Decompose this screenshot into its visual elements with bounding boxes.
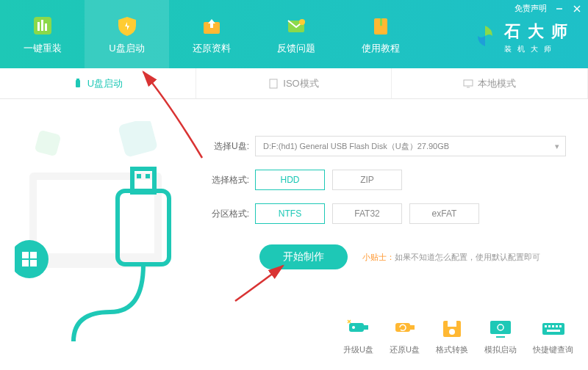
svg-rect-38 <box>490 321 511 334</box>
subtab-label: 本地模式 <box>478 77 516 90</box>
chevron-down-icon: ▾ <box>555 142 559 151</box>
window-controls: 免责声明 <box>514 3 582 14</box>
svg-rect-42 <box>545 325 547 327</box>
brand-logo-icon <box>472 23 498 52</box>
book-icon <box>369 14 392 37</box>
svg-rect-43 <box>548 325 551 327</box>
svg-rect-25 <box>30 260 37 266</box>
svg-rect-18 <box>118 121 158 158</box>
svg-rect-24 <box>22 260 29 266</box>
format-option-zip[interactable]: ZIP <box>332 170 402 190</box>
subtabs: U盘启动 ISO模式 本地模式 <box>0 68 588 99</box>
action-label: 还原U盘 <box>390 344 420 355</box>
brand: 石大师 装机大师 <box>472 21 575 54</box>
close-button[interactable] <box>572 4 582 14</box>
action-label: 快捷键查询 <box>533 344 573 355</box>
subtab-iso[interactable]: ISO模式 <box>196 68 392 98</box>
nav-tutorial[interactable]: 使用教程 <box>338 0 423 68</box>
svg-rect-13 <box>76 79 79 81</box>
svg-rect-2 <box>41 20 43 31</box>
nav-usb-boot[interactable]: U盘启动 <box>85 0 169 68</box>
svg-rect-45 <box>556 325 558 327</box>
svg-point-37 <box>449 329 455 335</box>
nav-restore[interactable]: 还原资料 <box>169 0 254 68</box>
mail-icon <box>284 14 308 37</box>
disk-icon <box>439 318 465 340</box>
svg-rect-3 <box>45 23 47 31</box>
partition-label: 分区格式: <box>202 208 249 220</box>
subtab-local[interactable]: 本地模式 <box>392 68 588 98</box>
nav-label: 一键重装 <box>24 42 62 55</box>
svg-rect-34 <box>410 325 415 330</box>
usb-restore-icon <box>392 318 418 340</box>
partition-option-fat32[interactable]: FAT32 <box>332 203 402 224</box>
svg-rect-8 <box>380 18 382 26</box>
nav-label: 反馈问题 <box>277 42 315 55</box>
monitor-icon <box>463 79 473 89</box>
illustration-panel <box>0 99 195 370</box>
svg-point-6 <box>299 19 305 25</box>
row-select-usb: 选择U盘: D:F:(hd1) General USB Flash Disk（U… <box>202 136 566 156</box>
nav-feedback[interactable]: 反馈问题 <box>254 0 338 68</box>
svg-rect-41 <box>542 323 564 335</box>
start-button[interactable]: 开始制作 <box>259 244 348 269</box>
usb-select-value: D:F:(hd1) General USB Flash Disk（U盘）27.9… <box>263 141 449 152</box>
action-simulate-boot[interactable]: 模拟启动 <box>484 318 517 355</box>
format-label: 选择格式: <box>202 174 249 186</box>
action-upgrade-usb[interactable]: 升级U盘 <box>343 318 373 355</box>
svg-rect-22 <box>22 252 29 258</box>
brand-subtitle: 装机大师 <box>504 44 557 54</box>
svg-rect-46 <box>559 325 562 327</box>
action-restore-usb[interactable]: 还原U盘 <box>390 318 420 355</box>
svg-rect-23 <box>30 252 37 258</box>
svg-rect-31 <box>364 325 368 330</box>
svg-rect-47 <box>547 330 560 332</box>
upload-icon <box>200 14 223 37</box>
action-label: 升级U盘 <box>343 344 373 355</box>
svg-rect-29 <box>146 174 150 178</box>
file-icon <box>268 79 279 89</box>
tip-text: 小贴士：如果不知道怎么配置，使用默认配置即可 <box>362 252 540 263</box>
svg-rect-30 <box>349 323 364 332</box>
nav-label: 还原资料 <box>193 42 231 55</box>
svg-rect-15 <box>464 80 473 86</box>
keyboard-icon <box>540 318 567 340</box>
format-option-hdd[interactable]: HDD <box>255 170 325 190</box>
nav-label: 使用教程 <box>362 42 400 55</box>
action-label: 模拟启动 <box>484 344 517 355</box>
nav-label: U盘启动 <box>109 42 144 55</box>
usb-illustration-icon <box>15 121 191 363</box>
usb-small-icon <box>73 79 83 89</box>
brand-title: 石大师 <box>504 21 575 43</box>
action-format-convert[interactable]: 格式转换 <box>436 318 468 355</box>
svg-rect-12 <box>76 80 80 87</box>
usb-upgrade-icon <box>345 318 372 340</box>
bars-icon <box>31 14 54 37</box>
svg-rect-17 <box>35 130 62 157</box>
bottom-actions: 升级U盘 还原U盘 格式转换 模拟启动 快捷键查询 <box>220 318 573 355</box>
row-format: 选择格式: HDD ZIP <box>202 170 566 190</box>
partition-option-exfat[interactable]: exFAT <box>409 203 479 224</box>
nav-reinstall[interactable]: 一键重装 <box>0 0 85 68</box>
action-label: 格式转换 <box>436 344 468 355</box>
svg-rect-28 <box>137 174 141 178</box>
monitor-boot-icon <box>487 318 514 340</box>
row-start: 开始制作 小贴士：如果不知道怎么配置，使用默认配置即可 <box>202 244 566 269</box>
svg-point-32 <box>352 326 355 329</box>
minimize-button[interactable] <box>554 4 564 14</box>
svg-rect-36 <box>448 321 456 327</box>
subtab-usb[interactable]: U盘启动 <box>0 68 196 98</box>
header-bar: 一键重装 U盘启动 还原资料 反馈问题 使用教程 免责声明 石大师 <box>0 0 588 68</box>
disclaimer-link[interactable]: 免责声明 <box>514 3 547 14</box>
partition-option-ntfs[interactable]: NTFS <box>255 203 325 224</box>
row-partition: 分区格式: NTFS FAT32 exFAT <box>202 203 566 224</box>
svg-rect-14 <box>270 79 277 88</box>
shield-icon <box>115 14 139 37</box>
usb-select[interactable]: D:F:(hd1) General USB Flash Disk（U盘）27.9… <box>255 136 566 156</box>
svg-rect-44 <box>552 325 554 327</box>
subtab-label: ISO模式 <box>283 77 318 90</box>
select-usb-label: 选择U盘: <box>202 140 249 153</box>
subtab-label: U盘启动 <box>87 77 123 90</box>
svg-rect-1 <box>37 22 40 31</box>
action-hotkey-query[interactable]: 快捷键查询 <box>533 318 573 355</box>
